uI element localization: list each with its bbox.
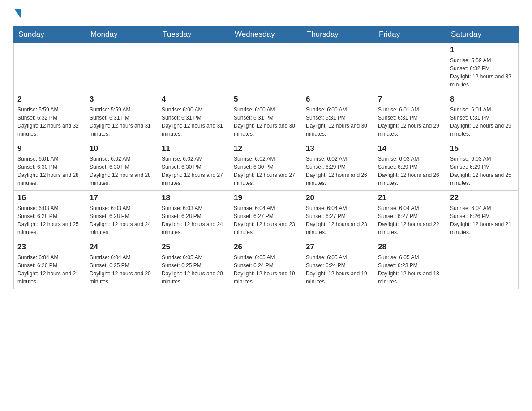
calendar-cell: 3Sunrise: 5:59 AMSunset: 6:31 PMDaylight… (86, 92, 158, 141)
calendar-cell: 11Sunrise: 6:02 AMSunset: 6:30 PMDayligh… (158, 141, 230, 191)
logo (13, 9, 21, 17)
day-info: Sunrise: 6:01 AMSunset: 6:31 PMDaylight:… (378, 106, 442, 138)
day-info: Sunrise: 6:00 AMSunset: 6:31 PMDaylight:… (162, 106, 226, 138)
day-info: Sunrise: 6:05 AMSunset: 6:24 PMDaylight:… (306, 253, 370, 286)
calendar-cell: 10Sunrise: 6:02 AMSunset: 6:30 PMDayligh… (86, 141, 158, 191)
day-info: Sunrise: 6:02 AMSunset: 6:30 PMDaylight:… (234, 155, 298, 187)
calendar-cell: 24Sunrise: 6:04 AMSunset: 6:25 PMDayligh… (86, 240, 158, 289)
calendar-cell: 23Sunrise: 6:04 AMSunset: 6:26 PMDayligh… (14, 240, 86, 289)
day-info: Sunrise: 6:04 AMSunset: 6:26 PMDaylight:… (450, 204, 515, 236)
calendar-cell: 6Sunrise: 6:00 AMSunset: 6:31 PMDaylight… (302, 92, 374, 141)
day-info: Sunrise: 6:04 AMSunset: 6:27 PMDaylight:… (378, 204, 442, 236)
calendar-cell (14, 43, 86, 92)
calendar-cell (86, 43, 158, 92)
calendar-cell: 16Sunrise: 6:03 AMSunset: 6:28 PMDayligh… (14, 191, 86, 240)
calendar-week-row: 2Sunrise: 5:59 AMSunset: 6:32 PMDaylight… (14, 92, 519, 141)
day-info: Sunrise: 6:04 AMSunset: 6:27 PMDaylight:… (234, 204, 298, 236)
calendar-cell: 27Sunrise: 6:05 AMSunset: 6:24 PMDayligh… (302, 240, 374, 289)
day-info: Sunrise: 6:00 AMSunset: 6:31 PMDaylight:… (234, 106, 298, 138)
day-number: 22 (450, 193, 515, 202)
day-number: 21 (378, 193, 442, 202)
calendar-cell: 8Sunrise: 6:01 AMSunset: 6:31 PMDaylight… (446, 92, 519, 141)
calendar-cell: 22Sunrise: 6:04 AMSunset: 6:26 PMDayligh… (446, 191, 519, 240)
page-header (13, 9, 519, 17)
day-info: Sunrise: 6:04 AMSunset: 6:27 PMDaylight:… (306, 204, 370, 236)
day-info: Sunrise: 6:04 AMSunset: 6:25 PMDaylight:… (90, 253, 154, 286)
calendar-cell: 5Sunrise: 6:00 AMSunset: 6:31 PMDaylight… (230, 92, 302, 141)
day-info: Sunrise: 6:03 AMSunset: 6:29 PMDaylight:… (378, 155, 442, 187)
day-number: 18 (162, 193, 226, 202)
day-info: Sunrise: 6:05 AMSunset: 6:25 PMDaylight:… (162, 253, 226, 286)
day-number: 8 (450, 95, 515, 104)
day-info: Sunrise: 6:02 AMSunset: 6:29 PMDaylight:… (306, 155, 370, 187)
day-number: 11 (162, 144, 226, 153)
day-info: Sunrise: 6:03 AMSunset: 6:28 PMDaylight:… (17, 204, 82, 236)
calendar-week-row: 23Sunrise: 6:04 AMSunset: 6:26 PMDayligh… (14, 240, 519, 289)
weekday-header-friday: Friday (374, 26, 446, 43)
calendar-week-row: 1Sunrise: 5:59 AMSunset: 6:32 PMDaylight… (14, 43, 519, 92)
logo-triangle-icon (14, 9, 21, 18)
day-info: Sunrise: 6:05 AMSunset: 6:23 PMDaylight:… (378, 253, 442, 286)
day-info: Sunrise: 5:59 AMSunset: 6:31 PMDaylight:… (90, 106, 154, 138)
calendar-cell (302, 43, 374, 92)
day-info: Sunrise: 6:00 AMSunset: 6:31 PMDaylight:… (306, 106, 370, 138)
calendar-cell (230, 43, 302, 92)
calendar-cell (374, 43, 446, 92)
weekday-header-saturday: Saturday (446, 26, 519, 43)
day-number: 5 (234, 95, 298, 104)
day-number: 26 (234, 243, 298, 252)
day-info: Sunrise: 6:03 AMSunset: 6:28 PMDaylight:… (90, 204, 154, 236)
weekday-header-row: SundayMondayTuesdayWednesdayThursdayFrid… (14, 26, 519, 43)
day-number: 25 (162, 243, 226, 252)
day-info: Sunrise: 6:02 AMSunset: 6:30 PMDaylight:… (162, 155, 226, 187)
calendar-cell: 20Sunrise: 6:04 AMSunset: 6:27 PMDayligh… (302, 191, 374, 240)
day-number: 17 (90, 193, 154, 202)
weekday-header-tuesday: Tuesday (158, 26, 230, 43)
calendar-cell: 14Sunrise: 6:03 AMSunset: 6:29 PMDayligh… (374, 141, 446, 191)
day-number: 28 (378, 243, 442, 252)
day-number: 1 (450, 46, 515, 55)
calendar-cell: 18Sunrise: 6:03 AMSunset: 6:28 PMDayligh… (158, 191, 230, 240)
day-number: 3 (90, 95, 154, 104)
calendar-cell: 19Sunrise: 6:04 AMSunset: 6:27 PMDayligh… (230, 191, 302, 240)
calendar-cell: 25Sunrise: 6:05 AMSunset: 6:25 PMDayligh… (158, 240, 230, 289)
day-number: 23 (17, 243, 82, 252)
weekday-header-wednesday: Wednesday (230, 26, 302, 43)
day-number: 4 (162, 95, 226, 104)
calendar-cell (446, 240, 519, 289)
calendar-cell: 4Sunrise: 6:00 AMSunset: 6:31 PMDaylight… (158, 92, 230, 141)
calendar-cell: 21Sunrise: 6:04 AMSunset: 6:27 PMDayligh… (374, 191, 446, 240)
day-number: 15 (450, 144, 515, 153)
calendar-cell: 9Sunrise: 6:01 AMSunset: 6:30 PMDaylight… (14, 141, 86, 191)
day-info: Sunrise: 5:59 AMSunset: 6:32 PMDaylight:… (450, 56, 515, 89)
day-number: 13 (306, 144, 370, 153)
calendar-table: SundayMondayTuesdayWednesdayThursdayFrid… (13, 26, 519, 289)
day-info: Sunrise: 6:01 AMSunset: 6:31 PMDaylight:… (450, 106, 515, 138)
calendar-cell: 13Sunrise: 6:02 AMSunset: 6:29 PMDayligh… (302, 141, 374, 191)
calendar-cell: 2Sunrise: 5:59 AMSunset: 6:32 PMDaylight… (14, 92, 86, 141)
weekday-header-thursday: Thursday (302, 26, 374, 43)
calendar-cell: 28Sunrise: 6:05 AMSunset: 6:23 PMDayligh… (374, 240, 446, 289)
calendar-cell: 7Sunrise: 6:01 AMSunset: 6:31 PMDaylight… (374, 92, 446, 141)
weekday-header-monday: Monday (86, 26, 158, 43)
calendar-cell: 17Sunrise: 6:03 AMSunset: 6:28 PMDayligh… (86, 191, 158, 240)
day-info: Sunrise: 6:03 AMSunset: 6:29 PMDaylight:… (450, 155, 515, 187)
calendar-cell (158, 43, 230, 92)
day-info: Sunrise: 6:05 AMSunset: 6:24 PMDaylight:… (234, 253, 298, 286)
calendar-cell: 12Sunrise: 6:02 AMSunset: 6:30 PMDayligh… (230, 141, 302, 191)
day-info: Sunrise: 5:59 AMSunset: 6:32 PMDaylight:… (17, 106, 82, 138)
day-number: 14 (378, 144, 442, 153)
day-number: 10 (90, 144, 154, 153)
day-number: 16 (17, 193, 82, 202)
day-info: Sunrise: 6:02 AMSunset: 6:30 PMDaylight:… (90, 155, 154, 187)
weekday-header-sunday: Sunday (14, 26, 86, 43)
day-info: Sunrise: 6:04 AMSunset: 6:26 PMDaylight:… (17, 253, 82, 286)
day-info: Sunrise: 6:03 AMSunset: 6:28 PMDaylight:… (162, 204, 226, 236)
day-number: 12 (234, 144, 298, 153)
calendar-cell: 26Sunrise: 6:05 AMSunset: 6:24 PMDayligh… (230, 240, 302, 289)
day-number: 2 (17, 95, 82, 104)
calendar-cell: 15Sunrise: 6:03 AMSunset: 6:29 PMDayligh… (446, 141, 519, 191)
calendar-week-row: 9Sunrise: 6:01 AMSunset: 6:30 PMDaylight… (14, 141, 519, 191)
day-number: 20 (306, 193, 370, 202)
day-info: Sunrise: 6:01 AMSunset: 6:30 PMDaylight:… (17, 155, 82, 187)
